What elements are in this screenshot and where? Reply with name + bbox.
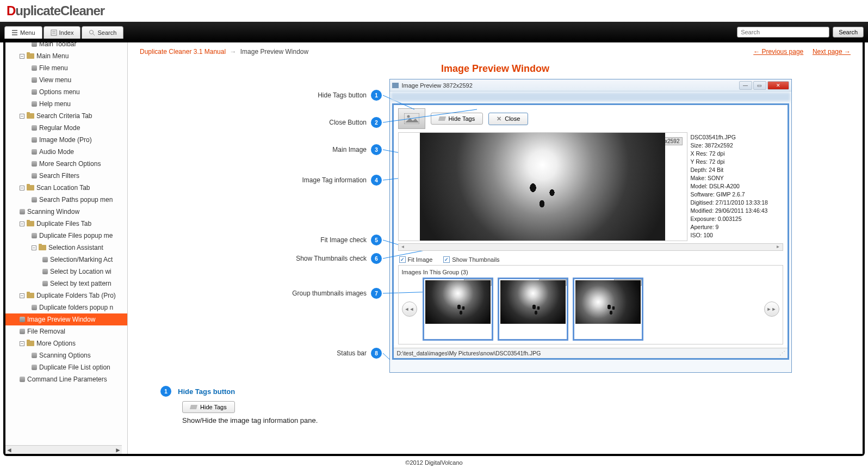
window-close-button[interactable]: ✕ <box>767 81 789 90</box>
sidebar-item[interactable]: Help menu <box>5 98 127 110</box>
sidebar-item[interactable]: Duplicate folders popup n <box>5 301 127 313</box>
content: Duplicate Cleaner 3.1 Manual → Image Pre… <box>128 42 863 454</box>
thumbs-next-button[interactable]: ►► <box>764 301 779 317</box>
sidebar-item[interactable]: Image Preview Window <box>5 313 127 325</box>
image-metadata: DSC03541fh.JPGSize: 3872x2592X Res: 72 d… <box>691 132 783 241</box>
thumbs-prev-button[interactable]: ◄◄ <box>402 301 417 317</box>
sidebar-hscroll[interactable]: ◄ ► <box>5 445 122 454</box>
detail-section: 1 Hide Tags button Hide Tags Show/Hide t… <box>140 386 851 424</box>
svg-point-1 <box>90 30 94 34</box>
window-icon <box>392 83 399 88</box>
breadcrumb-root[interactable]: Duplicate Cleaner 3.1 Manual <box>140 48 226 56</box>
tab-menu[interactable]: Menu <box>4 26 42 39</box>
sidebar-item[interactable]: −Duplicate Folders Tab (Pro) <box>5 290 127 301</box>
svg-point-12 <box>407 115 410 118</box>
prev-page-link[interactable]: ← Previous page <box>753 48 803 56</box>
tab-search[interactable]: Search <box>82 26 123 39</box>
sidebar-item[interactable]: View menu <box>5 74 127 86</box>
sidebar-item[interactable]: Selection/Marking Act <box>5 254 127 266</box>
svg-rect-0 <box>51 30 57 35</box>
page-icon <box>32 305 37 310</box>
search-button[interactable]: Search <box>833 27 864 38</box>
sidebar-item[interactable]: Main Toolbar <box>5 42 127 50</box>
image-icon <box>398 108 425 129</box>
sidebar-item[interactable]: Scanning Options <box>5 349 127 361</box>
page-icon <box>32 42 37 47</box>
sidebar-item[interactable]: Search Paths popup men <box>5 194 127 206</box>
tab-index[interactable]: Index <box>44 26 81 39</box>
sidebar-item[interactable]: −Main Menu <box>5 50 127 62</box>
group-title: Images In This Group (3) <box>402 269 779 275</box>
thumbnail[interactable]: 3872x2592 <box>498 278 568 341</box>
sidebar-item[interactable]: −Search Criteria Tab <box>5 110 127 122</box>
toolbar-blurred <box>391 93 790 101</box>
page-icon <box>20 377 25 382</box>
preview-window: Image Preview 3872x2592 — ▭ ✕ <box>389 79 792 373</box>
sidebar-item[interactable]: −More Options <box>5 337 127 349</box>
window-body: Hide Tags ✕ Close 3872x2592 <box>392 103 789 360</box>
metadata-line: Exposure: 0.003125 <box>691 215 783 223</box>
callout: Group thumbnails images7 <box>292 288 382 299</box>
footer: ©2012 DigitalVolcano <box>0 456 868 469</box>
show-thumbnails-checkbox[interactable]: ✓Show Thumbnails <box>443 256 499 263</box>
page-icon <box>32 365 37 370</box>
sidebar-item[interactable]: −Scan Location Tab <box>5 182 127 194</box>
close-button[interactable]: ✕ Close <box>488 113 528 125</box>
hscroll-left-icon[interactable]: ◄ <box>5 446 13 454</box>
page-icon <box>32 101 37 107</box>
metadata-line: Model: DSLR-A200 <box>691 182 783 190</box>
metadata-line: Digitised: 27/11/2010 13:33:18 <box>691 199 783 207</box>
folder-icon <box>27 113 34 119</box>
fit-image-checkbox[interactable]: ✓Fit Image <box>399 256 433 263</box>
nav-tree: Main Toolbar−Main MenuFile menuView menu… <box>5 42 127 385</box>
sidebar-item[interactable]: Scanning Window <box>5 206 127 218</box>
sidebar: Main Toolbar−Main MenuFile menuView menu… <box>5 42 128 454</box>
metadata-line: Aperture: 9 <box>691 223 783 231</box>
page-icon <box>32 161 37 167</box>
main-image-box: 3872x2592 <box>398 132 687 241</box>
window-title: Image Preview 3872x2592 <box>402 82 473 89</box>
metadata-line: X Res: 72 dpi <box>691 150 783 158</box>
thumbnails-row: 3872x25923872x25922592x3872 <box>423 278 643 341</box>
search-input[interactable] <box>737 27 829 38</box>
search-area: Search <box>737 27 864 38</box>
logo: DuplicateCleaner <box>0 0 868 22</box>
sidebar-item[interactable]: −Selection Assistant <box>5 242 127 254</box>
breadcrumb-row: Duplicate Cleaner 3.1 Manual → Image Pre… <box>140 48 851 56</box>
sidebar-item[interactable]: Duplicate Files popup me <box>5 230 127 242</box>
thumbnail[interactable]: 2592x3872 <box>573 278 643 341</box>
metadata-line: DSC03541fh.JPG <box>691 133 783 141</box>
sidebar-item[interactable]: Command Line Parameters <box>5 373 127 385</box>
sidebar-item[interactable]: Options menu <box>5 86 127 98</box>
window-titlebar: Image Preview 3872x2592 — ▭ ✕ <box>390 79 791 91</box>
sidebar-item[interactable]: Duplicate File List option <box>5 361 127 373</box>
main-image[interactable] <box>420 133 665 241</box>
svg-line-2 <box>93 34 95 35</box>
callout: Close Button2 <box>329 117 382 128</box>
resize-grip-icon[interactable]: ⋰ <box>779 350 784 356</box>
sidebar-item[interactable]: Image Mode (Pro) <box>5 134 127 146</box>
sidebar-item[interactable]: File menu <box>5 62 127 74</box>
sidebar-item[interactable]: Search Filters <box>5 170 127 182</box>
next-page-link[interactable]: Next page → <box>813 48 851 56</box>
sidebar-item[interactable]: Select by Location wi <box>5 266 127 278</box>
tag-icon <box>190 405 197 409</box>
sidebar-item[interactable]: File Removal <box>5 325 127 337</box>
detail-text: Show/Hide the image tag information pane… <box>182 416 851 424</box>
thumbnail[interactable]: 3872x2592 <box>423 278 493 341</box>
page-icon <box>32 137 37 143</box>
sidebar-item[interactable]: More Search Options <box>5 158 127 170</box>
hide-tags-button[interactable]: Hide Tags <box>431 113 483 125</box>
breadcrumb-current: Image Preview Window <box>240 48 308 56</box>
sidebar-item[interactable]: Regular Mode <box>5 122 127 134</box>
image-hscroll[interactable] <box>398 243 783 251</box>
callout: Image Tag information4 <box>302 175 382 186</box>
maximize-button[interactable]: ▭ <box>753 81 766 90</box>
minimize-button[interactable]: — <box>739 81 752 90</box>
sidebar-item[interactable]: −Duplicate Files Tab <box>5 218 127 230</box>
sidebar-item[interactable]: Audio Mode <box>5 146 127 158</box>
page-icon <box>32 65 37 71</box>
hscroll-right-icon[interactable]: ► <box>114 446 122 454</box>
logo-first: D <box>7 3 15 18</box>
sidebar-item[interactable]: Select by text pattern <box>5 278 127 290</box>
